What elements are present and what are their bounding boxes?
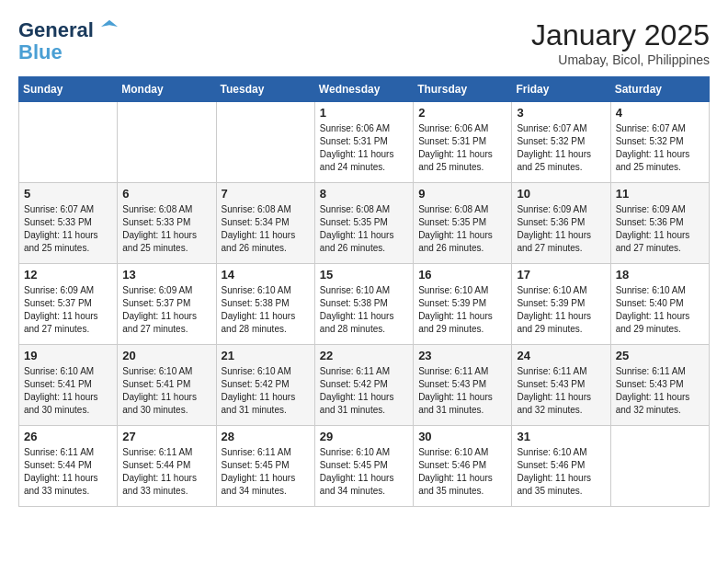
calendar-week-row: 1Sunrise: 6:06 AM Sunset: 5:31 PM Daylig… [19, 102, 710, 183]
calendar-cell: 7Sunrise: 6:08 AM Sunset: 5:34 PM Daylig… [216, 183, 314, 264]
calendar-cell: 15Sunrise: 6:10 AM Sunset: 5:38 PM Dayli… [314, 264, 413, 345]
day-info: Sunrise: 6:10 AM Sunset: 5:45 PM Dayligh… [320, 446, 408, 498]
calendar-cell: 16Sunrise: 6:10 AM Sunset: 5:39 PM Dayli… [414, 264, 512, 345]
calendar-cell: 25Sunrise: 6:11 AM Sunset: 5:43 PM Dayli… [610, 345, 709, 426]
calendar-cell: 29Sunrise: 6:10 AM Sunset: 5:45 PM Dayli… [314, 426, 413, 507]
logo: General Blue [18, 18, 118, 63]
weekday-header-cell: Wednesday [314, 77, 413, 102]
day-number: 27 [122, 430, 210, 443]
calendar-cell: 31Sunrise: 6:10 AM Sunset: 5:46 PM Dayli… [512, 426, 610, 507]
day-info: Sunrise: 6:11 AM Sunset: 5:44 PM Dayligh… [122, 446, 210, 498]
day-number: 18 [616, 268, 704, 282]
day-info: Sunrise: 6:10 AM Sunset: 5:42 PM Dayligh… [222, 365, 310, 417]
day-number: 7 [222, 187, 310, 201]
calendar-cell: 5Sunrise: 6:07 AM Sunset: 5:33 PM Daylig… [19, 183, 118, 264]
logo-bird-icon [101, 18, 118, 35]
title-block: January 2025 Umabay, Bicol, Philippines [531, 18, 710, 67]
day-info: Sunrise: 6:06 AM Sunset: 5:31 PM Dayligh… [320, 122, 408, 174]
weekday-header-cell: Thursday [414, 77, 512, 102]
calendar-cell: 10Sunrise: 6:09 AM Sunset: 5:36 PM Dayli… [512, 183, 610, 264]
day-info: Sunrise: 6:11 AM Sunset: 5:43 PM Dayligh… [616, 365, 704, 417]
day-number: 3 [517, 106, 605, 120]
calendar-cell: 13Sunrise: 6:09 AM Sunset: 5:37 PM Dayli… [118, 264, 216, 345]
day-number: 19 [24, 349, 112, 362]
day-info: Sunrise: 6:09 AM Sunset: 5:36 PM Dayligh… [616, 203, 704, 255]
day-number: 4 [616, 106, 704, 120]
logo-text-line2: Blue [18, 41, 118, 63]
day-info: Sunrise: 6:10 AM Sunset: 5:40 PM Dayligh… [616, 284, 704, 336]
day-number: 30 [418, 430, 506, 443]
calendar-subtitle: Umabay, Bicol, Philippines [531, 52, 710, 67]
calendar-cell: 9Sunrise: 6:08 AM Sunset: 5:35 PM Daylig… [414, 183, 512, 264]
day-number: 5 [24, 187, 112, 201]
day-number: 1 [320, 106, 408, 120]
day-number: 28 [222, 430, 310, 443]
calendar-cell: 6Sunrise: 6:08 AM Sunset: 5:33 PM Daylig… [118, 183, 216, 264]
calendar-cell [216, 102, 314, 183]
page-header: General Blue January 2025 Umabay, Bicol,… [18, 18, 710, 67]
weekday-header-cell: Monday [118, 77, 216, 102]
day-info: Sunrise: 6:08 AM Sunset: 5:33 PM Dayligh… [122, 203, 210, 255]
day-info: Sunrise: 6:11 AM Sunset: 5:42 PM Dayligh… [320, 365, 408, 417]
day-info: Sunrise: 6:10 AM Sunset: 5:41 PM Dayligh… [122, 365, 210, 417]
calendar-cell: 11Sunrise: 6:09 AM Sunset: 5:36 PM Dayli… [610, 183, 709, 264]
calendar-cell: 14Sunrise: 6:10 AM Sunset: 5:38 PM Dayli… [216, 264, 314, 345]
day-number: 8 [320, 187, 408, 201]
calendar-cell: 20Sunrise: 6:10 AM Sunset: 5:41 PM Dayli… [118, 345, 216, 426]
calendar-cell: 30Sunrise: 6:10 AM Sunset: 5:46 PM Dayli… [414, 426, 512, 507]
day-info: Sunrise: 6:10 AM Sunset: 5:41 PM Dayligh… [24, 365, 112, 417]
calendar-cell: 23Sunrise: 6:11 AM Sunset: 5:43 PM Dayli… [414, 345, 512, 426]
day-info: Sunrise: 6:08 AM Sunset: 5:34 PM Dayligh… [222, 203, 310, 255]
day-number: 29 [320, 430, 408, 443]
calendar-cell: 22Sunrise: 6:11 AM Sunset: 5:42 PM Dayli… [314, 345, 413, 426]
day-info: Sunrise: 6:11 AM Sunset: 5:43 PM Dayligh… [517, 365, 605, 417]
day-info: Sunrise: 6:09 AM Sunset: 5:37 PM Dayligh… [24, 284, 112, 336]
calendar-cell: 4Sunrise: 6:07 AM Sunset: 5:32 PM Daylig… [610, 102, 709, 183]
calendar-cell [610, 426, 709, 507]
day-number: 22 [320, 349, 408, 362]
day-number: 23 [418, 349, 506, 362]
day-number: 10 [517, 187, 605, 201]
calendar-week-row: 12Sunrise: 6:09 AM Sunset: 5:37 PM Dayli… [19, 264, 710, 345]
day-info: Sunrise: 6:07 AM Sunset: 5:33 PM Dayligh… [24, 203, 112, 255]
day-info: Sunrise: 6:10 AM Sunset: 5:39 PM Dayligh… [517, 284, 605, 336]
calendar-cell [118, 102, 216, 183]
svg-marker-0 [101, 20, 118, 27]
day-number: 12 [24, 268, 112, 282]
logo-text-line1: General [18, 18, 118, 41]
day-number: 25 [616, 349, 704, 362]
calendar-cell: 24Sunrise: 6:11 AM Sunset: 5:43 PM Dayli… [512, 345, 610, 426]
calendar-title: January 2025 [531, 18, 710, 52]
weekday-header-cell: Sunday [19, 77, 118, 102]
calendar-week-row: 19Sunrise: 6:10 AM Sunset: 5:41 PM Dayli… [19, 345, 710, 426]
calendar-table: SundayMondayTuesdayWednesdayThursdayFrid… [18, 76, 710, 507]
day-info: Sunrise: 6:07 AM Sunset: 5:32 PM Dayligh… [517, 122, 605, 174]
calendar-cell: 17Sunrise: 6:10 AM Sunset: 5:39 PM Dayli… [512, 264, 610, 345]
calendar-cell: 2Sunrise: 6:06 AM Sunset: 5:31 PM Daylig… [414, 102, 512, 183]
calendar-cell: 12Sunrise: 6:09 AM Sunset: 5:37 PM Dayli… [19, 264, 118, 345]
day-info: Sunrise: 6:10 AM Sunset: 5:46 PM Dayligh… [517, 446, 605, 498]
calendar-cell: 1Sunrise: 6:06 AM Sunset: 5:31 PM Daylig… [314, 102, 413, 183]
weekday-header-cell: Tuesday [216, 77, 314, 102]
weekday-header-cell: Saturday [610, 77, 709, 102]
day-number: 13 [122, 268, 210, 282]
day-number: 17 [517, 268, 605, 282]
calendar-cell: 21Sunrise: 6:10 AM Sunset: 5:42 PM Dayli… [216, 345, 314, 426]
day-number: 31 [517, 430, 605, 443]
calendar-week-row: 26Sunrise: 6:11 AM Sunset: 5:44 PM Dayli… [19, 426, 710, 507]
calendar-cell: 3Sunrise: 6:07 AM Sunset: 5:32 PM Daylig… [512, 102, 610, 183]
calendar-cell: 27Sunrise: 6:11 AM Sunset: 5:44 PM Dayli… [118, 426, 216, 507]
day-number: 2 [418, 106, 506, 120]
day-number: 20 [122, 349, 210, 362]
weekday-header-row: SundayMondayTuesdayWednesdayThursdayFrid… [19, 77, 710, 102]
day-number: 15 [320, 268, 408, 282]
day-info: Sunrise: 6:09 AM Sunset: 5:37 PM Dayligh… [122, 284, 210, 336]
day-info: Sunrise: 6:10 AM Sunset: 5:38 PM Dayligh… [320, 284, 408, 336]
day-number: 26 [24, 430, 112, 443]
day-number: 21 [222, 349, 310, 362]
calendar-cell: 28Sunrise: 6:11 AM Sunset: 5:45 PM Dayli… [216, 426, 314, 507]
calendar-cell: 19Sunrise: 6:10 AM Sunset: 5:41 PM Dayli… [19, 345, 118, 426]
day-number: 16 [418, 268, 506, 282]
day-info: Sunrise: 6:08 AM Sunset: 5:35 PM Dayligh… [320, 203, 408, 255]
day-info: Sunrise: 6:09 AM Sunset: 5:36 PM Dayligh… [517, 203, 605, 255]
